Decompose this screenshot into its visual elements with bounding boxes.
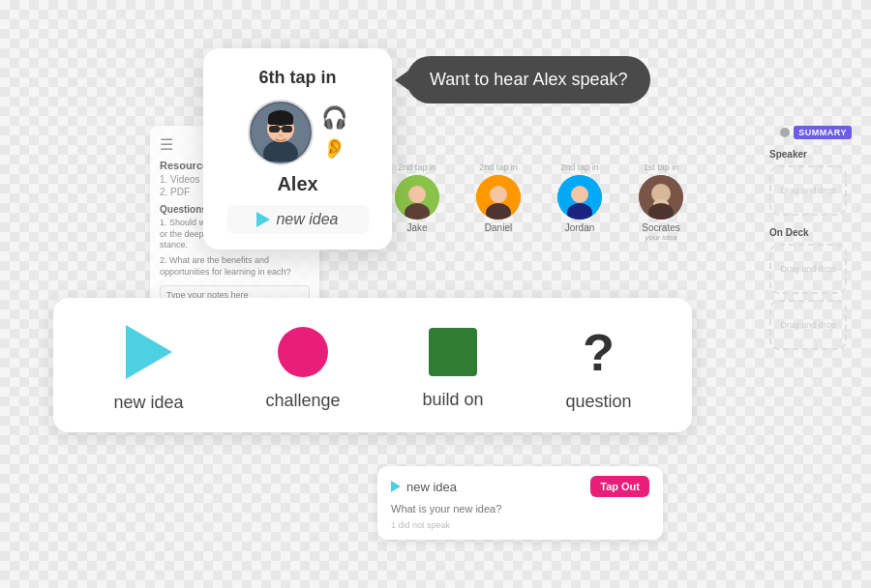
participant-daniel[interactable]: 2nd tap in Daniel: [464, 162, 533, 242]
alex-avatar-svg: [252, 103, 310, 162]
svg-rect-5: [269, 126, 280, 132]
drag-drop-label-3: Drag and drop: [780, 320, 836, 330]
headphones-icon: 🎧: [321, 105, 347, 131]
on-deck-drop-zone-1[interactable]: Drag and drop: [769, 244, 847, 294]
question-icon: ?: [583, 326, 615, 378]
speech-bubble: Want to hear Alex speak?: [406, 56, 650, 103]
action-build-on[interactable]: build on: [422, 328, 483, 410]
question-2: 2. What are the benefits and opportuniti…: [160, 255, 310, 278]
speaker-drop-zone[interactable]: Drag and drop: [769, 165, 847, 216]
action-build-on-label: build on: [422, 390, 483, 410]
participant-jake[interactable]: 2nd tap in Jake: [382, 162, 452, 242]
speech-bubble-text: Want to hear Alex speak?: [430, 70, 627, 89]
action-question-label: question: [565, 392, 631, 412]
daniel-avatar: [476, 175, 521, 220]
participant-jordan[interactable]: 2nd tap in Jordan: [545, 162, 615, 242]
participant-row: 2nd tap in Jake 2nd tap in Daniel 2nd ta…: [382, 162, 696, 242]
right-panel: SUMMARY Speaker Drag and drop On Deck Dr…: [769, 126, 852, 356]
build-on-icon: [429, 328, 477, 376]
action-question[interactable]: ? question: [565, 326, 631, 412]
svg-rect-6: [282, 126, 292, 132]
svg-point-16: [571, 186, 588, 203]
svg-rect-4: [268, 117, 293, 125]
on-deck-drop-zone-2[interactable]: Drag and drop: [769, 300, 847, 350]
action-challenge[interactable]: challenge: [265, 327, 340, 411]
participant-socrates[interactable]: 1st tap in Socrates your idea: [626, 162, 696, 242]
alex-card: 6th tap in: [203, 48, 392, 250]
svg-point-10: [408, 186, 426, 203]
icon-group: 🎧 👂: [321, 105, 347, 160]
bottom-play-icon: [391, 481, 401, 492]
action-panel: new idea challenge build on ? question: [53, 298, 692, 432]
alex-tap-label: 6th tap in: [226, 68, 369, 88]
socrates-avatar: [639, 175, 683, 220]
new-idea-icon: [126, 325, 172, 379]
new-idea-badge-text: new idea: [276, 211, 338, 228]
bottom-row-info: 1 did not speak: [391, 520, 649, 530]
alex-avatar: [248, 100, 314, 165]
jake-tap: 2nd tap in: [398, 162, 436, 172]
socrates-tap: 1st tap in: [644, 162, 679, 172]
svg-point-13: [490, 186, 507, 203]
alex-avatar-row: 🎧 👂: [226, 100, 369, 165]
summary-label: SUMMARY: [794, 126, 852, 139]
bottom-row: new idea Tap Out 1 did not speak: [377, 466, 663, 540]
socrates-name: Socrates: [642, 222, 679, 233]
jake-avatar: [395, 175, 439, 220]
bottom-new-idea-text: new idea: [406, 480, 457, 494]
on-deck-title: On Deck: [769, 227, 852, 238]
speaker-title: Speaker: [769, 149, 852, 160]
new-idea-badge[interactable]: new idea: [226, 205, 369, 234]
daniel-tap: 2nd tap in: [479, 162, 518, 172]
svg-point-8: [279, 134, 283, 137]
drag-drop-label-1: Drag and drop: [780, 186, 836, 195]
daniel-name: Daniel: [485, 222, 512, 233]
jordan-avatar: [557, 175, 602, 220]
summary-dot: [780, 128, 790, 137]
bottom-row-top: new idea Tap Out: [391, 476, 649, 497]
jordan-tap: 2nd tap in: [560, 162, 599, 172]
action-challenge-label: challenge: [265, 391, 340, 411]
new-idea-input[interactable]: [391, 503, 649, 514]
drag-drop-label-2: Drag and drop: [780, 264, 836, 274]
challenge-icon: [278, 327, 328, 377]
action-new-idea[interactable]: new idea: [113, 325, 183, 413]
on-deck-section: On Deck Drag and drop Drag and drop: [769, 227, 852, 350]
jake-name: Jake: [406, 222, 427, 233]
action-new-idea-label: new idea: [113, 393, 183, 413]
play-icon: [256, 212, 270, 227]
ear-icon: 👂: [321, 136, 347, 160]
summary-header: SUMMARY: [769, 126, 852, 139]
tap-out-button[interactable]: Tap Out: [590, 476, 649, 497]
bottom-new-idea: new idea: [391, 480, 457, 494]
alex-name: Alex: [226, 173, 369, 195]
socrates-idea: your idea: [646, 233, 677, 242]
jordan-name: Jordan: [565, 222, 595, 233]
